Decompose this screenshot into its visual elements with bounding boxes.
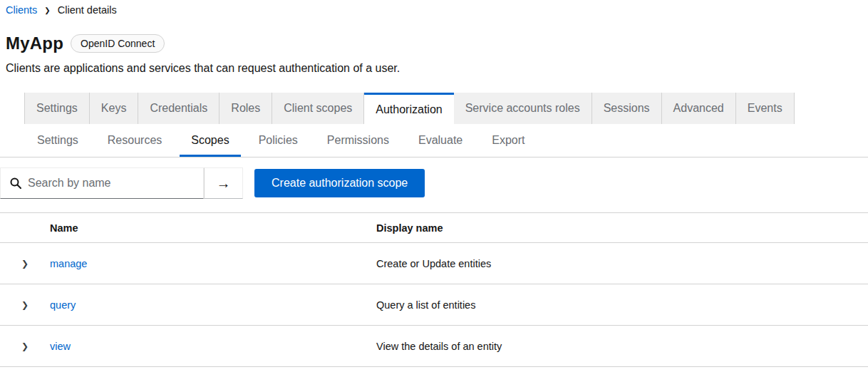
breadcrumb-separator-icon: ❯ — [44, 6, 50, 14]
scopes-toolbar: → Create authorization scope — [0, 167, 868, 199]
subtab-policies[interactable]: Policies — [247, 124, 309, 157]
row-expand-chevron-icon[interactable]: ❯ — [16, 338, 34, 355]
authorization-subtabs: Settings Resources Scopes Policies Permi… — [0, 124, 868, 158]
protocol-badge: OpenID Connect — [71, 34, 165, 53]
subtab-permissions[interactable]: Permissions — [316, 124, 401, 157]
subtab-settings[interactable]: Settings — [26, 124, 90, 157]
table-row: ❯ manage Create or Update entities — [0, 243, 868, 284]
page-header: MyApp OpenID Connect — [6, 33, 868, 53]
breadcrumb-link-clients[interactable]: Clients — [6, 4, 37, 16]
search-group: → — [0, 167, 243, 199]
tab-settings[interactable]: Settings — [24, 93, 90, 124]
scope-name-link[interactable]: view — [50, 341, 71, 352]
tab-service-accounts-roles[interactable]: Service accounts roles — [454, 93, 592, 124]
search-input[interactable] — [28, 177, 203, 190]
search-icon — [10, 177, 21, 189]
scope-name-link[interactable]: query — [50, 299, 76, 311]
table-row: ❯ view View the details of an entity — [0, 326, 868, 367]
subtab-resources[interactable]: Resources — [96, 124, 173, 157]
scope-display-name: View the details of an entity — [376, 326, 868, 367]
row-expand-chevron-icon[interactable]: ❯ — [16, 255, 34, 272]
client-details-page: Clients ❯ Client details MyApp OpenID Co… — [0, 0, 868, 382]
scope-display-name: Create or Update entities — [376, 243, 868, 284]
page-title: MyApp — [6, 33, 63, 53]
client-tabs: Settings Keys Credentials Roles Client s… — [0, 93, 868, 124]
tab-authorization[interactable]: Authorization — [364, 93, 453, 124]
tab-roles[interactable]: Roles — [219, 93, 272, 124]
subtab-scopes[interactable]: Scopes — [180, 124, 240, 157]
scope-display-name: Query a list of entities — [376, 284, 868, 326]
table-header-row: Name Display name — [0, 213, 868, 243]
subtab-export[interactable]: Export — [480, 124, 536, 157]
tab-keys[interactable]: Keys — [90, 93, 139, 124]
tab-events[interactable]: Events — [736, 93, 795, 124]
table-row: ❯ query Query a list of entities — [0, 284, 868, 326]
expand-column-header — [0, 213, 50, 243]
authorization-scopes-table: Name Display name ❯ manage Create or Upd… — [0, 212, 868, 367]
row-expand-chevron-icon[interactable]: ❯ — [16, 296, 34, 314]
tab-client-scopes[interactable]: Client scopes — [272, 93, 364, 124]
breadcrumb-current: Client details — [58, 4, 117, 16]
column-header-display-name: Display name — [376, 213, 868, 243]
search-submit-button[interactable]: → — [204, 167, 243, 199]
column-header-name: Name — [50, 213, 376, 243]
subtab-evaluate[interactable]: Evaluate — [407, 124, 474, 157]
tab-advanced[interactable]: Advanced — [662, 93, 736, 124]
search-box — [0, 167, 204, 199]
tab-sessions[interactable]: Sessions — [592, 93, 662, 124]
breadcrumb: Clients ❯ Client details — [6, 4, 868, 16]
page-description: Clients are applications and services th… — [6, 62, 868, 75]
tab-credentials[interactable]: Credentials — [138, 93, 219, 124]
create-authorization-scope-button[interactable]: Create authorization scope — [254, 169, 425, 197]
scope-name-link[interactable]: manage — [50, 258, 87, 269]
